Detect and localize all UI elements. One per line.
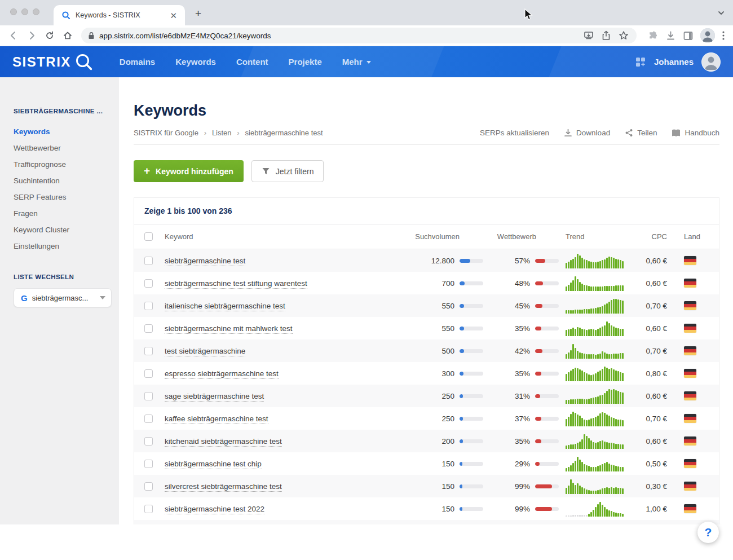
column-land[interactable]: Land — [669, 232, 711, 241]
keyword-link[interactable]: espresso siebträgermaschine test — [165, 369, 279, 379]
action-serps-aktualisieren[interactable]: SERPs aktualisieren — [480, 129, 549, 137]
row-checkbox[interactable] — [144, 392, 153, 400]
sidebar-item-keywords[interactable]: Keywords — [14, 124, 119, 140]
cpc-value: 0,50 € — [633, 460, 669, 468]
help-button[interactable]: ? — [697, 522, 719, 543]
row-checkbox[interactable] — [144, 302, 153, 310]
keyword-link[interactable]: siebträgermaschine test chip — [165, 460, 262, 469]
keyword-link[interactable]: sage siebträgermaschine test — [165, 392, 264, 402]
new-tab-button[interactable]: + — [195, 8, 201, 19]
column-trend[interactable]: Trend — [562, 232, 633, 241]
action-handbuch[interactable]: Handbuch — [672, 129, 719, 137]
column-competition[interactable]: Wettbewerb — [487, 232, 562, 241]
close-window-button[interactable] — [10, 8, 17, 15]
keyword-link[interactable]: test siebträgermaschine — [165, 347, 245, 356]
column-volume[interactable]: Suchvolumen — [398, 232, 487, 241]
table-row: siebträgermaschine test chip15029%0,50 € — [134, 452, 719, 475]
home-icon[interactable] — [60, 28, 76, 43]
nav-item-content[interactable]: Content — [236, 57, 268, 67]
downloads-icon[interactable] — [665, 30, 676, 41]
breadcrumb-item[interactable]: Listen — [212, 129, 232, 137]
breadcrumb-item[interactable]: SISTRIX für Google — [134, 129, 198, 137]
address-bar[interactable]: app.sistrix.com/list/e6dbMzE4MzQ0ca21/ke… — [81, 28, 637, 43]
search-volume-value: 200 — [441, 437, 454, 446]
nav-item-mehr[interactable]: Mehr — [342, 57, 371, 67]
action-teilen[interactable]: Teilen — [625, 129, 657, 137]
sidebar-item-serp-features[interactable]: SERP Features — [14, 189, 119, 205]
nav-item-domains[interactable]: Domains — [120, 57, 155, 67]
table-row: siebträgermaschine test 202215099%1,00 € — [134, 497, 719, 520]
browser-profile-avatar[interactable] — [700, 28, 715, 43]
row-checkbox[interactable] — [144, 415, 153, 423]
search-volume-value: 250 — [441, 392, 454, 400]
competition-value: 31% — [515, 392, 530, 400]
row-checkbox[interactable] — [144, 505, 153, 513]
row-checkbox[interactable] — [144, 482, 153, 491]
back-icon[interactable] — [6, 28, 21, 43]
competition-cell: 29% — [487, 460, 562, 468]
install-app-icon[interactable] — [584, 30, 594, 41]
header-divider — [134, 144, 719, 145]
sidebar-item-trafficprognose[interactable]: Trafficprognose — [14, 156, 119, 173]
trend-sparkline — [562, 366, 633, 381]
nav-item-projekte[interactable]: Projekte — [289, 57, 322, 67]
window-controls[interactable] — [10, 8, 39, 15]
list-switch-dropdown[interactable]: G siebträgermasc... — [14, 288, 112, 307]
sidebar-item-suchintention[interactable]: Suchintention — [14, 173, 119, 189]
browser-menu-kebab-icon[interactable] — [722, 30, 725, 41]
table-row: test siebträgermaschine50042%0,70 € — [134, 339, 719, 362]
forward-icon[interactable] — [24, 28, 39, 43]
row-checkbox[interactable] — [144, 347, 153, 355]
reload-icon[interactable] — [42, 28, 58, 43]
row-checkbox[interactable] — [144, 279, 153, 288]
zoom-window-button[interactable] — [33, 8, 39, 15]
sistrix-logo[interactable]: SISTRIX — [12, 52, 94, 72]
keyword-link[interactable]: kitchenaid siebträgermaschine test — [165, 437, 282, 447]
sidebar-item-einstellungen[interactable]: Einstellungen — [14, 238, 119, 254]
keyword-link[interactable]: kaffee siebträgermaschine test — [165, 415, 268, 424]
keyword-link[interactable]: siebträgermaschine test stiftung warente… — [165, 279, 307, 289]
column-keyword[interactable]: Keyword — [165, 232, 398, 241]
row-checkbox[interactable] — [144, 324, 153, 333]
row-checkbox[interactable] — [144, 369, 153, 378]
tab-search-chevron-icon[interactable] — [717, 9, 725, 17]
keyword-link[interactable]: italienische siebträgermaschine test — [165, 302, 285, 311]
keyword-link[interactable]: siebträgermaschine mit mahlwerk test — [165, 324, 293, 334]
column-cpc[interactable]: CPC — [633, 232, 669, 241]
tab-title: Keywords - SISTRIX — [76, 11, 167, 19]
row-checkbox[interactable] — [144, 460, 153, 468]
breadcrumb-item[interactable]: siebträgermaschine test — [245, 129, 323, 137]
row-checkbox[interactable] — [144, 257, 153, 265]
user-avatar[interactable] — [701, 52, 721, 72]
row-checkbox[interactable] — [144, 437, 153, 446]
search-volume-bar — [460, 304, 483, 308]
sidebar-item-wettbewerber[interactable]: Wettbewerber — [14, 140, 119, 156]
tab-strip: Keywords - SISTRIX ✕ + — [0, 0, 733, 25]
extensions-puzzle-icon[interactable] — [648, 30, 659, 41]
action-download[interactable]: Download — [564, 129, 610, 137]
bookmark-star-icon[interactable] — [619, 30, 629, 41]
sidebar-item-keyword-cluster[interactable]: Keyword Cluster — [14, 222, 119, 238]
minimize-window-button[interactable] — [21, 8, 28, 15]
search-volume-value: 150 — [441, 482, 454, 491]
cpc-value: 0,60 € — [633, 437, 669, 446]
filter-button[interactable]: Jetzt filtern — [251, 160, 324, 182]
apps-grid-icon[interactable] — [635, 56, 646, 68]
user-name[interactable]: Johannes — [654, 57, 694, 67]
competition-cell: 35% — [487, 369, 562, 378]
list-switch-value: siebträgermasc... — [32, 294, 100, 302]
side-panel-icon[interactable] — [683, 30, 694, 41]
add-keyword-button[interactable]: + Keyword hinzufügen — [134, 160, 244, 182]
keyword-link[interactable]: silvercrest siebträgermaschine test — [165, 482, 282, 492]
tab-close-icon[interactable]: ✕ — [167, 10, 179, 21]
nav-item-keywords[interactable]: Keywords — [175, 57, 216, 67]
browser-tab[interactable]: Keywords - SISTRIX ✕ — [54, 5, 185, 25]
competition-value: 45% — [515, 302, 530, 310]
search-volume-bar — [460, 394, 483, 398]
select-all-checkbox[interactable] — [144, 232, 153, 241]
keyword-link[interactable]: siebträgermaschine test 2022 — [165, 505, 264, 514]
sidebar-item-fragen[interactable]: Fragen — [14, 205, 119, 222]
competition-value: 35% — [515, 369, 530, 378]
keyword-link[interactable]: siebträgermaschine test — [165, 257, 245, 266]
share-page-icon[interactable] — [602, 30, 611, 41]
